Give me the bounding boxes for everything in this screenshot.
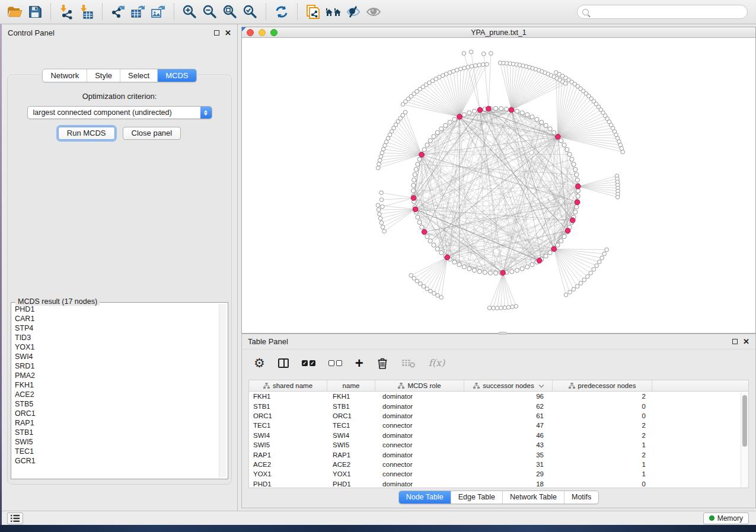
mcds-result-item[interactable]: CAR1 — [14, 314, 218, 323]
mcds-result-item[interactable]: RAP1 — [14, 418, 218, 428]
tab-style[interactable]: Style — [87, 69, 120, 82]
node-table-body: FKH1FKH1dominator962STB1STB1dominator620… — [249, 392, 748, 488]
mcds-result-item[interactable]: ORC1 — [14, 409, 218, 418]
table-row[interactable]: STB1STB1dominator620 — [249, 401, 748, 411]
export-table-icon[interactable] — [128, 2, 148, 21]
control-panel-title: Control Panel — [8, 28, 55, 37]
memory-label: Memory — [717, 514, 743, 523]
table-cell: 2 — [553, 393, 652, 400]
splitter-handle[interactable] — [499, 332, 507, 335]
save-session-icon[interactable] — [25, 2, 45, 21]
export-image-icon[interactable] — [148, 2, 168, 21]
table-scrollbar[interactable] — [741, 392, 748, 488]
mcds-result-item[interactable]: YOX1 — [14, 342, 218, 352]
mcds-result-item[interactable]: SWI4 — [14, 352, 218, 361]
mcds-result-item[interactable]: GCR1 — [14, 456, 218, 466]
table-cell: ORC1 — [249, 412, 327, 419]
show-columns-icon[interactable] — [278, 354, 289, 372]
refresh-icon[interactable] — [272, 2, 292, 21]
import-table-icon[interactable] — [76, 2, 97, 21]
network-view-window: YPA_prune.txt_1 — [241, 27, 756, 334]
column-header-predecessor-nodes[interactable]: predecessor nodes — [553, 380, 652, 391]
table-cell: 2 — [553, 432, 652, 439]
deselect-all-icon[interactable] — [328, 354, 342, 372]
select-all-icon[interactable]: ✓✓ — [302, 354, 315, 372]
table-cell: YOX1 — [249, 470, 327, 477]
mcds-result-item[interactable]: STB1 — [14, 428, 218, 437]
open-file-icon[interactable] — [5, 2, 25, 21]
tab-network[interactable]: Network — [43, 69, 87, 82]
zoom-in-icon[interactable] — [180, 2, 200, 21]
mcds-list-scrollbar[interactable] — [219, 304, 227, 477]
tab-select[interactable]: Select — [120, 69, 157, 82]
tab-motifs[interactable]: Motifs — [564, 491, 598, 504]
mcds-result-item[interactable]: STB5 — [14, 399, 218, 409]
network-window-titlebar[interactable]: YPA_prune.txt_1 — [242, 27, 755, 38]
table-row[interactable]: YOX1YOX1connector291 — [249, 469, 748, 479]
table-row[interactable]: RAP1RAP1dominator352 — [249, 450, 748, 459]
mcds-result-item[interactable]: SRD1 — [14, 361, 218, 371]
task-history-button[interactable] — [7, 512, 23, 524]
float-table-panel-icon[interactable] — [732, 339, 738, 344]
mcds-result-item[interactable]: SWI5 — [14, 437, 218, 447]
close-table-panel-icon[interactable]: ✕ — [743, 339, 749, 344]
run-mcds-button[interactable]: Run MCDS — [58, 127, 115, 140]
table-toolbar: ⚙ ✓✓ + f(x) — [242, 349, 755, 376]
criterion-select[interactable]: largest connected component (undirected) — [27, 106, 212, 119]
add-column-icon[interactable]: + — [355, 354, 363, 372]
mcds-result-item[interactable]: FKH1 — [14, 380, 218, 390]
column-header-shared-name[interactable]: shared name — [249, 380, 327, 391]
show-eye-icon[interactable] — [363, 2, 384, 21]
mcds-panel: Network Style Select MCDS Optimization c… — [7, 75, 232, 485]
mcds-result-item[interactable]: TEC1 — [14, 447, 218, 456]
mcds-result-group: MCDS result (17 nodes) PHD1CAR1STP4TID3Y… — [11, 302, 228, 479]
settings-gear-icon[interactable]: ⚙ — [254, 354, 265, 372]
status-bar: Memory — [2, 511, 756, 525]
export-network-icon[interactable] — [108, 2, 128, 21]
tab-network-table[interactable]: Network Table — [502, 491, 564, 504]
hide-graphics-details-icon[interactable] — [343, 2, 363, 21]
table-row[interactable]: SWI4SWI4dominator462 — [249, 431, 748, 440]
column-header-successor-nodes[interactable]: successor nodes — [464, 380, 553, 391]
delete-rows-icon[interactable] — [377, 354, 388, 372]
tab-mcds[interactable]: MCDS — [157, 69, 196, 82]
tab-edge-table[interactable]: Edge Table — [451, 491, 502, 504]
import-network-icon[interactable] — [56, 2, 76, 21]
search-input[interactable] — [592, 8, 742, 16]
table-cell: TEC1 — [327, 422, 375, 429]
table-row[interactable]: SWI5SWI5connector431 — [249, 440, 748, 450]
table-cell: 47 — [464, 422, 553, 429]
search-field[interactable] — [577, 5, 748, 19]
desktop-wallpaper-bottom — [0, 525, 756, 532]
table-row[interactable]: ORC1ORC1dominator610 — [249, 411, 748, 421]
zoom-selected-icon[interactable] — [240, 2, 260, 21]
table-row[interactable]: FKH1FKH1dominator962 — [249, 392, 748, 401]
mcds-result-item[interactable]: ACE2 — [14, 390, 218, 399]
clone-network-icon[interactable] — [303, 2, 323, 21]
mcds-result-list[interactable]: PHD1CAR1STP4TID3YOX1SWI4SRD1PMA2FKH1ACE2… — [14, 305, 218, 477]
column-header-name[interactable]: name — [327, 380, 375, 391]
overview-houses-icon[interactable] — [323, 2, 343, 21]
mcds-result-item[interactable]: PHD1 — [14, 305, 218, 314]
tab-node-table[interactable]: Node Table — [399, 491, 451, 504]
table-scrollbar-thumb[interactable] — [742, 395, 747, 447]
float-panel-icon[interactable] — [214, 30, 219, 36]
close-panel-button[interactable]: Close panel — [123, 127, 181, 140]
table-cell: 62 — [464, 403, 553, 410]
mcds-result-item[interactable]: PMA2 — [14, 371, 218, 380]
memory-button[interactable]: Memory — [703, 512, 749, 524]
zoom-out-icon[interactable] — [200, 2, 220, 21]
table-cell: TEC1 — [249, 422, 327, 429]
network-graph[interactable] — [242, 38, 755, 333]
table-cell: dominator — [375, 432, 464, 439]
mcds-result-item[interactable]: STP4 — [14, 323, 218, 333]
mcds-result-item[interactable]: TID3 — [14, 333, 218, 342]
zoom-fit-icon[interactable] — [220, 2, 240, 21]
close-panel-icon[interactable]: ✕ — [225, 30, 231, 36]
table-row[interactable]: ACE2ACE2connector311 — [249, 460, 748, 469]
table-row[interactable]: PHD1PHD1dominator180 — [249, 479, 748, 488]
table-cell: 2 — [553, 422, 652, 429]
table-row[interactable]: TEC1TEC1connector472 — [249, 421, 748, 430]
column-header-mcds-role[interactable]: MCDS role — [375, 380, 464, 391]
table-cell: RAP1 — [327, 451, 375, 459]
